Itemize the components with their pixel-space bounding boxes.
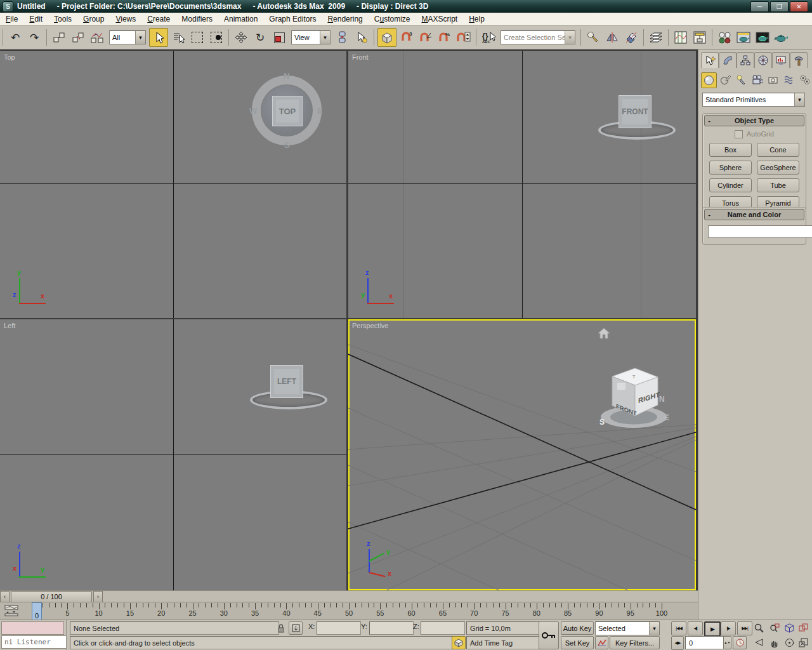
new-key-curve-icon[interactable] [595, 636, 608, 649]
viewcube[interactable]: N E S W TOP [249, 72, 325, 149]
name-color-rollout-header[interactable]: - Name and Color [704, 209, 804, 220]
menu-item-group[interactable]: Group [77, 13, 110, 25]
select-and-manipulate-icon[interactable] [353, 29, 370, 46]
z-coord-field[interactable] [421, 621, 465, 635]
mirror-icon[interactable] [603, 29, 621, 46]
trackbar-ruler[interactable]: 5101520253035404550556065707580859095100… [27, 602, 680, 620]
selection-filter-dropdown[interactable]: All▼ [109, 30, 146, 44]
viewport-label[interactable]: Top [4, 53, 15, 61]
menu-item-create[interactable]: Create [141, 13, 176, 25]
snaps-toggle-3d-icon[interactable]: 3 [398, 29, 416, 46]
viewcube[interactable]: S E N FRONT RIGHT T [593, 357, 676, 434]
chevron-down-icon[interactable]: ▼ [794, 93, 804, 106]
spinner-snap-icon[interactable] [455, 29, 473, 46]
pan-icon[interactable] [768, 636, 781, 649]
category-geometry-icon[interactable] [701, 72, 717, 88]
set-key-button[interactable]: Set Key [561, 636, 594, 649]
object-type-rollout-header[interactable]: - Object Type [704, 115, 804, 126]
maxscript-mini-listener[interactable]: ni Listener [1, 635, 67, 649]
go-to-start-button[interactable]: |◀◀ [671, 621, 686, 635]
key-filters-button[interactable]: Key Filters... [610, 636, 660, 649]
play-button[interactable]: ▶ [704, 621, 721, 637]
select-and-scale-icon[interactable] [270, 29, 288, 46]
track-bar[interactable]: 5101520253035404550556065707580859095100… [0, 602, 698, 620]
key-mode-toggle-button[interactable]: ◀▶ [671, 636, 684, 650]
category-helpers-icon[interactable] [766, 72, 780, 87]
snaps-toggle-icon[interactable] [377, 28, 396, 47]
keyboard-shortcut-override-icon[interactable] [584, 29, 602, 46]
chevron-down-icon[interactable]: ▼ [565, 31, 575, 44]
key-default-in-out-dropdown[interactable]: Selected▼ [595, 621, 660, 635]
tab-modify[interactable] [719, 52, 737, 68]
reference-coordinate-system-dropdown[interactable]: View▼ [291, 30, 331, 44]
zoom-extents-all-icon[interactable] [797, 621, 810, 634]
window-crossing-icon[interactable] [207, 29, 225, 46]
menu-item-views[interactable]: Views [110, 13, 141, 25]
viewcube[interactable]: LEFT [249, 351, 325, 408]
tab-create[interactable] [701, 52, 719, 68]
viewport-front[interactable]: Front FRONT z x y [348, 51, 696, 318]
chevron-down-icon[interactable]: ▼ [649, 622, 659, 635]
menu-item-file[interactable]: File [0, 13, 23, 25]
layer-manager-icon[interactable] [647, 29, 665, 46]
undo-icon[interactable]: ↶ [6, 29, 24, 46]
viewport-label[interactable]: Left [4, 322, 15, 329]
object-name-input[interactable] [708, 225, 812, 238]
set-keys-button[interactable] [539, 621, 559, 649]
viewport-left[interactable]: Left LEFT z y x [0, 319, 346, 590]
category-shapes-icon[interactable] [718, 72, 733, 87]
previous-frame-arrow[interactable]: ‹ [0, 591, 10, 602]
menu-item-help[interactable]: Help [463, 13, 490, 25]
viewcube-front-face[interactable]: FRONT [619, 95, 652, 128]
menu-item-tools[interactable]: Tools [48, 13, 77, 25]
macro-recorder-pane[interactable] [1, 621, 64, 635]
chevron-down-icon[interactable]: ▼ [135, 31, 145, 44]
unlink-selection-icon[interactable] [69, 29, 87, 46]
time-slider-handle[interactable]: 0 / 100 [11, 591, 92, 602]
angle-snap-icon[interactable] [417, 29, 435, 46]
material-editor-icon[interactable] [716, 29, 733, 46]
category-systems-icon[interactable] [797, 72, 812, 87]
selection-lock-icon[interactable] [274, 621, 287, 634]
bind-to-space-warp-icon[interactable] [88, 29, 106, 46]
category-space-warps-icon[interactable] [782, 72, 796, 87]
menu-item-edit[interactable]: Edit [23, 13, 48, 25]
viewport-top[interactable]: Top N E S W TOP y x z [0, 51, 346, 318]
viewport-perspective[interactable]: Perspective [348, 319, 696, 590]
time-configuration-button[interactable] [733, 636, 747, 649]
object-type-button-box[interactable]: Box [709, 143, 752, 157]
absolute-mode-transform-icon[interactable] [289, 621, 303, 635]
select-object-icon[interactable] [149, 28, 168, 47]
previous-frame-button[interactable]: ◀| [688, 621, 703, 635]
menu-item-graph-editors[interactable]: Graph Editors [263, 13, 322, 25]
viewcube-top-face[interactable]: TOP [272, 96, 303, 126]
percent-snap-icon[interactable]: % [436, 29, 454, 46]
grid-display-toggle-icon[interactable] [452, 636, 466, 649]
object-type-button-tube[interactable]: Tube [757, 178, 799, 192]
schematic-view-icon[interactable] [691, 29, 709, 46]
autogrid-checkbox[interactable] [735, 130, 743, 138]
viewport-label[interactable]: Perspective [352, 322, 388, 329]
curve-editor-icon[interactable] [672, 29, 690, 46]
rendered-frame-window-icon[interactable] [754, 29, 771, 46]
viewcube[interactable]: FRONT [597, 81, 673, 138]
menu-item-animation[interactable]: Animation [218, 13, 263, 25]
tab-display[interactable] [772, 52, 790, 68]
primitive-class-dropdown[interactable]: Standard Primitives▼ [702, 93, 805, 107]
object-type-button-geosphere[interactable]: GeoSphere [757, 161, 799, 175]
tab-motion[interactable] [754, 52, 772, 68]
category-cameras-icon[interactable] [750, 72, 764, 87]
next-frame-button[interactable]: |▶ [721, 621, 736, 635]
zoom-icon[interactable] [752, 621, 766, 634]
next-frame-arrow[interactable]: › [93, 591, 103, 602]
tab-utilities[interactable] [790, 52, 808, 68]
rectangular-selection-region-icon[interactable] [188, 29, 206, 46]
named-selection-sets-icon[interactable]: {}ABC [480, 29, 497, 46]
current-frame-marker[interactable]: 0 [32, 602, 42, 620]
quick-render-icon[interactable] [773, 29, 790, 46]
tab-hierarchy[interactable] [737, 52, 754, 68]
open-mini-curve-editor-button[interactable] [4, 604, 20, 617]
zoom-extents-icon[interactable] [783, 621, 796, 634]
select-and-link-icon[interactable] [50, 29, 68, 46]
chevron-down-icon[interactable]: ▼ [320, 31, 330, 44]
